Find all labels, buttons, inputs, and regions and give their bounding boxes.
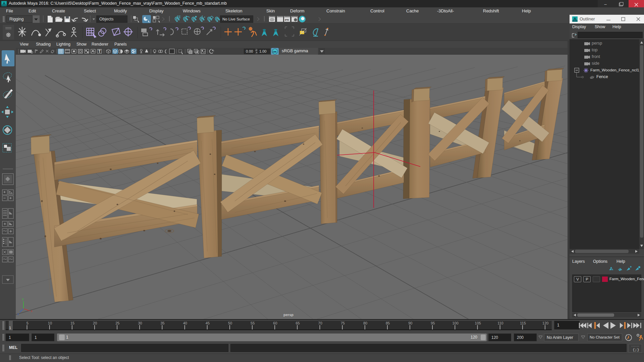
svg-text:110: 110 bbox=[497, 321, 503, 325]
svg-text:120: 120 bbox=[542, 321, 548, 325]
svg-text:{;}: {;} bbox=[633, 348, 639, 352]
svg-text:90: 90 bbox=[408, 321, 412, 325]
svg-text:80: 80 bbox=[363, 321, 367, 325]
svg-text:60: 60 bbox=[273, 321, 277, 325]
svg-text:persp: persp bbox=[283, 313, 293, 317]
svg-text:75: 75 bbox=[341, 321, 345, 325]
svg-text:x: x bbox=[31, 309, 33, 313]
svg-text:50: 50 bbox=[228, 321, 232, 325]
svg-text:85: 85 bbox=[386, 321, 390, 325]
svg-text:20: 20 bbox=[93, 321, 97, 325]
svg-text:25: 25 bbox=[115, 321, 119, 325]
svg-text:65: 65 bbox=[296, 321, 300, 325]
svg-text:70: 70 bbox=[318, 321, 322, 325]
svg-text:10: 10 bbox=[48, 321, 52, 325]
svg-text:ON: ON bbox=[273, 50, 276, 53]
svg-text:15: 15 bbox=[70, 321, 74, 325]
svg-text:5: 5 bbox=[26, 321, 29, 325]
svg-text:30: 30 bbox=[138, 321, 142, 325]
svg-text:T: T bbox=[99, 50, 101, 53]
svg-text:105: 105 bbox=[475, 321, 481, 325]
svg-text:100: 100 bbox=[452, 321, 458, 325]
svg-text:45: 45 bbox=[206, 321, 210, 325]
svg-text:z: z bbox=[17, 312, 19, 316]
svg-text:55: 55 bbox=[251, 321, 255, 325]
svg-text:35: 35 bbox=[160, 321, 164, 325]
svg-text:1: 1 bbox=[9, 326, 11, 330]
svg-text:95: 95 bbox=[431, 321, 435, 325]
svg-text:115: 115 bbox=[520, 321, 526, 325]
svg-text:IPR: IPR bbox=[285, 18, 289, 21]
svg-text:y: y bbox=[22, 297, 24, 301]
svg-text:40: 40 bbox=[183, 321, 187, 325]
